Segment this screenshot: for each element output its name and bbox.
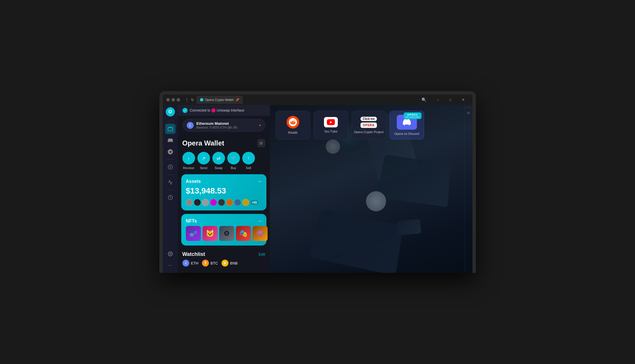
buy-label: Buy [231, 166, 236, 170]
sidebar-item-wallet[interactable] [165, 124, 176, 134]
laptop-screen: ⋮ ↻ O Opera Crypto Wallet 📌 🔍 − □ ✕ O [163, 95, 472, 273]
watchlist-btc[interactable]: ₿ BTC [202, 260, 218, 267]
browser-content: O [163, 105, 472, 273]
sidebar-item-settings[interactable] [165, 249, 176, 259]
watchlist-edit-button[interactable]: Edit [259, 252, 265, 256]
title-bar-icons: 🔍 [422, 97, 426, 102]
connected-banner: ✓ Connected to Uniswap Interface [178, 105, 270, 116]
watchlist-bnb[interactable]: B BNB [222, 260, 238, 267]
action-buttons: ↓ Receive ↗ Send ⇄ Swap 🛒 Buy [178, 150, 270, 174]
send-label: Send [200, 166, 207, 170]
swap-label: Swap [215, 166, 223, 170]
btc-watch-label: BTC [211, 261, 218, 265]
btc-watch-icon: ₿ [202, 260, 209, 267]
sidebar-divider-1 [167, 121, 174, 121]
opera-logo[interactable]: O [166, 107, 175, 116]
assets-card[interactable]: Assets → $13,948.53 +55 [181, 174, 266, 210]
youtube-label: You Tube [324, 130, 337, 133]
sidebar-divider-3 [167, 175, 174, 175]
svg-point-5 [169, 253, 171, 255]
token-avatar-2 [194, 199, 201, 206]
reddit-icon [287, 116, 299, 129]
laptop-outer: ⋮ ↻ O Opera Crypto Wallet 📌 🔍 − □ ✕ O [159, 91, 476, 273]
sidebar-item-history[interactable] [165, 192, 176, 203]
eth-watch-label: ETH [191, 261, 199, 265]
wallet-title: Opera Wallet [182, 139, 224, 147]
wallet-panel: ✓ Connected to Uniswap Interface Ξ Ether… [178, 105, 270, 273]
browser-tab[interactable]: O Opera Crypto Wallet 📌 [197, 96, 243, 104]
buy-icon: 🛒 [227, 152, 240, 164]
nft-thumb-5: 👾 [253, 226, 268, 241]
token-avatars: +55 [186, 199, 262, 206]
main-content: Reddit You Tube Click me [270, 105, 472, 273]
token-avatar-8 [242, 199, 249, 206]
search-icon[interactable]: 🔍 [422, 97, 426, 102]
receive-button[interactable]: ↓ Receive [182, 152, 195, 170]
chevron-down-icon: ▾ [259, 123, 261, 127]
network-selector[interactable]: Ξ Ethereum Mainnet Balance: 0.0035 ETH (… [182, 119, 265, 132]
quick-link-reddit[interactable]: Reddit [276, 111, 310, 139]
quick-link-youtube[interactable]: You Tube [314, 111, 348, 139]
sidebar-divider-4 [167, 190, 174, 190]
send-icon: ↗ [197, 152, 210, 164]
sell-button[interactable]: ↑ Sell [242, 152, 255, 170]
traffic-light-min[interactable] [171, 98, 175, 101]
send-button[interactable]: ↗ Send [197, 152, 210, 170]
network-name: Ethereum Mainnet [197, 121, 256, 126]
nfts-card[interactable]: NFTs → 🫐 🐱 ⚙ 🎭 [181, 214, 266, 246]
wallet-header: Opera Wallet ⚙ [178, 135, 270, 150]
quick-link-opera-discord[interactable]: OPERA ON DISCORD Opera on Discord [390, 111, 424, 139]
watchlist-eth[interactable]: Ξ ETH [182, 260, 199, 267]
reddit-label: Reddit [288, 131, 298, 134]
nft-thumb-2: 🐱 [203, 226, 218, 241]
opera-sidebar: O [163, 105, 178, 273]
bnb-watch-label: BNB [230, 261, 238, 265]
traffic-light-close[interactable] [166, 98, 170, 101]
sidebar-item-telegram[interactable] [165, 147, 176, 157]
watchlist-header: Watchlist Edit [178, 249, 270, 260]
sidebar-more-dots[interactable]: ··· [165, 260, 176, 271]
sidebar-item-discord[interactable] [165, 135, 176, 145]
toolbar-sep [466, 107, 471, 108]
sidebar-divider-2 [167, 159, 174, 160]
receive-label: Receive [183, 166, 194, 170]
window-controls [166, 98, 180, 101]
buy-button[interactable]: 🛒 Buy [227, 152, 240, 170]
uniswap-logo [211, 108, 216, 112]
network-balance: Balance: 0.0035 ETH ($6.39) [197, 126, 256, 129]
toolbar-filter-icon[interactable]: ⊞ [467, 111, 470, 115]
nfts-arrow: → [257, 219, 262, 224]
nfts-card-header: NFTs → [186, 219, 262, 224]
opera-crypto-label: Opera Crypto Project [354, 130, 384, 134]
svg-marker-3 [170, 166, 171, 168]
title-bar: ⋮ ↻ O Opera Crypto Wallet 📌 🔍 − □ ✕ [163, 95, 472, 105]
refresh-icon[interactable]: ↻ [191, 98, 194, 102]
close-button[interactable]: ✕ [457, 96, 469, 104]
traffic-light-max[interactable] [177, 98, 180, 101]
svg-point-1 [171, 129, 172, 130]
nft-thumb-1: 🫐 [186, 226, 201, 241]
maximize-button[interactable]: □ [445, 96, 456, 104]
sell-icon: ↑ [242, 152, 255, 164]
pin-icon: 📌 [235, 98, 239, 102]
sidebar-item-chart[interactable] [165, 177, 176, 187]
quick-link-opera-crypto[interactable]: Click me OPERA Opera Crypto Project [352, 111, 386, 139]
youtube-icon [324, 117, 338, 127]
swap-button[interactable]: ⇄ Swap [212, 152, 225, 170]
tab-label: Opera Crypto Wallet [205, 98, 234, 101]
token-avatar-7 [234, 199, 241, 206]
receive-icon: ↓ [182, 152, 195, 164]
connected-dot: ✓ [182, 108, 188, 113]
token-avatar-1 [186, 199, 193, 206]
nft-previews: 🫐 🐱 ⚙ 🎭 👾 + [186, 226, 262, 241]
eth-icon: Ξ [187, 122, 194, 129]
watchlist-title: Watchlist [182, 251, 205, 257]
token-avatar-3 [202, 199, 209, 206]
sidebar-item-play[interactable] [165, 162, 176, 172]
network-info: Ethereum Mainnet Balance: 0.0035 ETH ($6… [197, 121, 256, 129]
minimize-button[interactable]: − [432, 96, 444, 104]
more-menu-icon[interactable]: ⋮ [185, 97, 189, 102]
connected-text: Connected to Uniswap Interface [190, 108, 244, 112]
token-avatar-6 [226, 199, 233, 206]
wallet-settings-button[interactable]: ⚙ [257, 139, 265, 147]
